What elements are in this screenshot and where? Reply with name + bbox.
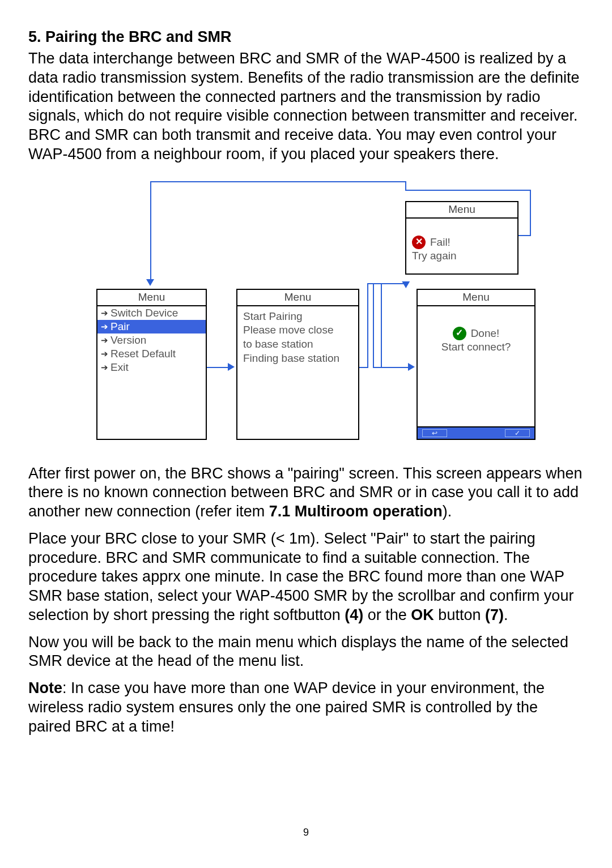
paragraph-after-2: Place your BRC close to your SMR (< 1m).… [28, 529, 584, 625]
ref-ok: OK [411, 606, 434, 623]
section-heading: 5. Pairing the BRC and SMR [28, 28, 584, 46]
ref-multiroom: 7.1 Multiroom operation [269, 503, 443, 520]
screen-fail: Menu ✕ Fail! Try again [405, 201, 518, 275]
pairing-line-4: Finding base station [243, 352, 352, 366]
arrow-icon [146, 279, 154, 286]
text: ). [443, 503, 452, 520]
ref-button-7: (7) [485, 606, 504, 623]
arrow-icon [228, 363, 235, 371]
fail-label: Fail! [430, 236, 450, 250]
pairing-line-2: Please move close [243, 323, 352, 337]
pairing-line-1: Start Pairing [243, 310, 352, 324]
paragraph-note: Note: In case you have more than one WAP… [28, 679, 584, 736]
screen-title: Menu [97, 290, 206, 306]
fail-sub: Try again [412, 249, 512, 263]
menu-item-label: Switch Device [110, 307, 178, 319]
note-text: : In case you have more than one WAP dev… [28, 679, 545, 735]
menu-item-reset-default[interactable]: ➔Reset Default [97, 347, 206, 361]
softkey-bar: ↩ ✓ [418, 426, 534, 439]
paragraph-after-3: Now you will be back to the main menu wh… [28, 633, 584, 672]
text: button [434, 606, 485, 623]
arrow-icon [408, 363, 415, 371]
arrow-icon [402, 277, 411, 288]
menu-item-exit[interactable]: ➔Exit [97, 361, 206, 374]
softkey-right[interactable]: ✓ [505, 429, 530, 437]
softkey-left[interactable]: ↩ [422, 429, 447, 437]
ref-button-4: (4) [345, 606, 363, 623]
done-label: Done! [471, 327, 500, 341]
menu-item-pair[interactable]: ➔Pair [97, 320, 206, 333]
pairing-flow-diagram: Menu ✕ Fail! Try again Menu ➔Switch Devi… [76, 181, 536, 442]
text: or the [363, 606, 411, 623]
screen-done: Menu ✓ Done! Start connect? ↩ ✓ [416, 289, 536, 440]
done-sub: Start connect? [423, 340, 529, 354]
paragraph-after-1: After first power on, the BRC shows a "p… [28, 464, 584, 521]
menu-item-label: Version [110, 334, 146, 347]
text: . [504, 606, 508, 623]
menu-item-label: Exit [110, 361, 129, 374]
menu-item-version[interactable]: ➔Version [97, 333, 206, 347]
screen-menu-list: Menu ➔Switch Device ➔Pair ➔Version ➔Rese… [96, 289, 207, 440]
screen-title: Menu [418, 290, 534, 306]
screen-title: Menu [406, 202, 517, 219]
menu-item-label: Reset Default [110, 348, 176, 360]
screen-pairing: Menu Start Pairing Please move close to … [236, 289, 359, 440]
menu-item-switch-device[interactable]: ➔Switch Device [97, 306, 206, 320]
menu-item-label: Pair [110, 320, 130, 333]
done-icon: ✓ [453, 327, 466, 340]
screen-title: Menu [237, 290, 358, 306]
intro-paragraph: The data interchange between BRC and SMR… [28, 49, 584, 164]
fail-icon: ✕ [412, 236, 426, 249]
pairing-line-3: to base station [243, 337, 352, 352]
page-number: 9 [28, 827, 584, 839]
note-label: Note [28, 679, 62, 696]
